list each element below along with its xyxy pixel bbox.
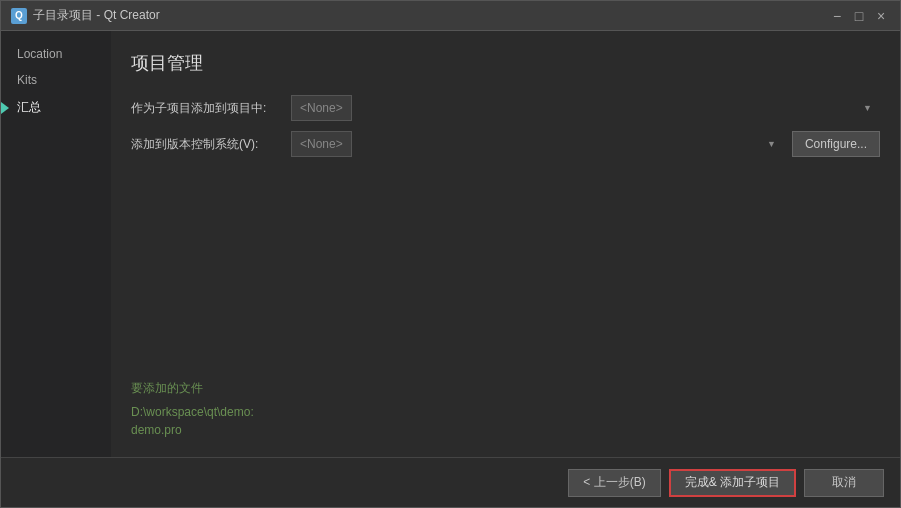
configure-button[interactable]: Configure... [792, 131, 880, 157]
files-path: D:\workspace\qt\demo: [131, 405, 880, 419]
title-bar: Q 子目录项目 - Qt Creator − □ × [1, 1, 900, 31]
title-bar-left: Q 子目录项目 - Qt Creator [11, 7, 160, 24]
main-panel: 项目管理 作为子项目添加到项目中: <None> 添加到版本控制系统(V): [111, 31, 900, 457]
sidebar-item-location[interactable]: Location [1, 41, 111, 67]
bottom-bar: < 上一步(B) 完成& 添加子项目 取消 [1, 457, 900, 507]
close-button[interactable]: × [872, 7, 890, 25]
back-button[interactable]: < 上一步(B) [568, 469, 660, 497]
sidebar-item-summary[interactable]: 汇总 [1, 93, 111, 122]
form-row-subproject: 作为子项目添加到项目中: <None> [131, 95, 880, 121]
sidebar-item-label: Location [17, 47, 62, 61]
window-title: 子目录项目 - Qt Creator [33, 7, 160, 24]
sidebar-item-kits[interactable]: Kits [1, 67, 111, 93]
maximize-button[interactable]: □ [850, 7, 868, 25]
subproject-select-wrapper: <None> [291, 95, 880, 121]
files-name: demo.pro [131, 423, 880, 437]
files-section: 要添加的文件 D:\workspace\qt\demo: demo.pro [131, 380, 880, 437]
sidebar: Location Kits 汇总 [1, 31, 111, 457]
panel-title: 项目管理 [131, 51, 880, 75]
sidebar-item-label: 汇总 [17, 99, 41, 116]
form-row-vcs: 添加到版本控制系统(V): <None> Configure... [131, 131, 880, 157]
spacer [131, 167, 880, 370]
finish-button[interactable]: 完成& 添加子项目 [669, 469, 796, 497]
sidebar-arrow-icon [1, 102, 9, 114]
main-window: Q 子目录项目 - Qt Creator − □ × Location Kits… [0, 0, 901, 508]
subproject-label: 作为子项目添加到项目中: [131, 100, 291, 117]
vcs-select-wrapper: <None> [291, 131, 784, 157]
vcs-select[interactable]: <None> [291, 131, 352, 157]
window-controls: − □ × [828, 7, 890, 25]
sidebar-item-label: Kits [17, 73, 37, 87]
vcs-label: 添加到版本控制系统(V): [131, 136, 291, 153]
app-icon: Q [11, 8, 27, 24]
cancel-button[interactable]: 取消 [804, 469, 884, 497]
content-area: Location Kits 汇总 项目管理 作为子项目添加到项目中: <None… [1, 31, 900, 457]
subproject-select[interactable]: <None> [291, 95, 352, 121]
vcs-select-container: <None> Configure... [291, 131, 880, 157]
minimize-button[interactable]: − [828, 7, 846, 25]
files-heading: 要添加的文件 [131, 380, 880, 397]
subproject-select-container: <None> [291, 95, 880, 121]
